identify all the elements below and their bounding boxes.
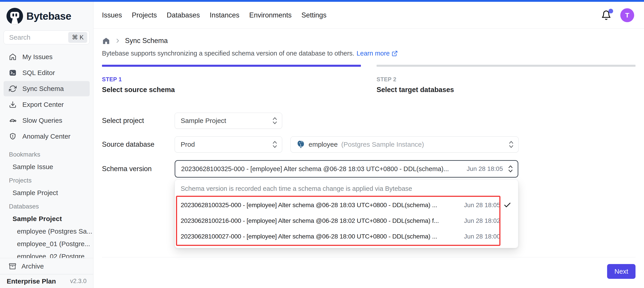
page-content: Sync Schema Bytebase supports synchroniz…	[94, 29, 644, 288]
option-date: Jun 28 18:02	[464, 217, 500, 224]
search-input[interactable]	[9, 34, 68, 41]
schema-version-option-1[interactable]: 20230628100325-000 - [employee] Alter sc…	[175, 197, 518, 213]
notification-dot	[608, 9, 613, 14]
search-box[interactable]: ⌘ K	[4, 31, 90, 44]
step-1-title: Select source schema	[102, 86, 361, 94]
description-text: Bytebase supports synchronizing a specif…	[102, 50, 354, 57]
environment-select[interactable]: Prod	[175, 136, 282, 153]
step-1-label: STEP 1	[102, 76, 361, 83]
top-nav: Issues Projects Databases Instances Envi…	[102, 11, 326, 19]
sidebar-item-archive[interactable]: Archive	[0, 258, 93, 274]
tab-issues[interactable]: Issues	[102, 11, 122, 19]
sidebar-db-employee-02[interactable]: employee_02 (Postgre	[17, 253, 93, 258]
select-chevrons-icon	[508, 164, 513, 174]
select-chevrons-icon	[508, 140, 514, 149]
step-2-title: Select target databases	[376, 86, 636, 94]
tab-instances[interactable]: Instances	[210, 11, 240, 19]
check-icon	[503, 201, 512, 209]
source-schema-form: Select project Sample Project Source dat…	[102, 113, 636, 279]
external-link-icon	[392, 50, 398, 57]
step-indicator: STEP 1 Select source schema STEP 2 Selec…	[102, 65, 636, 94]
avatar[interactable]: T	[620, 8, 634, 22]
project-select[interactable]: Sample Project	[175, 113, 282, 129]
page-title: Sync Schema	[125, 37, 168, 45]
sync-icon	[9, 85, 16, 92]
top-accent-bar	[0, 0, 644, 2]
terminal-icon	[9, 69, 16, 77]
sidebar: Bytebase ⌘ K My Issues SQL Editor	[0, 2, 94, 288]
step-1: STEP 1 Select source schema	[102, 65, 361, 94]
search-shortcut-badge: ⌘ K	[68, 32, 87, 43]
brand-logo[interactable]: Bytebase	[0, 2, 93, 25]
sidebar-db-employee[interactable]: employee (Postgres Sa...	[17, 228, 93, 235]
plan-version: v2.3.0	[70, 278, 86, 285]
brand-name: Bytebase	[26, 10, 71, 22]
sidebar-item-sample-issue[interactable]: Sample Issue	[12, 163, 93, 171]
sidebar-item-export-center[interactable]: Export Center	[4, 97, 90, 112]
sidebar-item-label: Sync Schema	[22, 85, 64, 92]
bytebase-logo-icon	[6, 8, 23, 25]
top-header: Issues Projects Databases Instances Envi…	[94, 2, 644, 29]
source-database-label: Source database	[102, 140, 175, 149]
tab-databases[interactable]: Databases	[167, 11, 200, 19]
chevron-right-icon	[115, 38, 120, 44]
notification-bell[interactable]	[601, 10, 611, 20]
sidebar-item-label: Export Center	[22, 101, 64, 108]
sidebar-nav: My Issues SQL Editor Sync Schema	[4, 49, 90, 145]
option-text: 20230628100216-000 - [employee] Alter sc…	[181, 217, 458, 224]
sidebar-tree: Bookmarks Sample Issue Projects Sample P…	[0, 145, 93, 258]
sidebar-item-sample-project[interactable]: Sample Project	[12, 189, 93, 197]
section-title-projects: Projects	[9, 177, 93, 184]
page-description: Bytebase supports synchronizing a specif…	[102, 50, 636, 57]
database-select[interactable]: employee (Postgres Sample Instance)	[290, 136, 518, 153]
download-icon	[9, 101, 16, 108]
step-1-progress-bar	[102, 65, 361, 67]
sidebar-item-sync-schema[interactable]: Sync Schema	[4, 81, 90, 96]
step-2: STEP 2 Select target databases	[376, 65, 636, 94]
sidebar-item-slow-queries[interactable]: Slow Queries	[4, 113, 90, 128]
dropdown-options: 20230628100325-000 - [employee] Alter sc…	[175, 197, 518, 246]
select-project-label: Select project	[102, 117, 175, 125]
learn-more-label: Learn more	[356, 50, 390, 57]
option-date: Jun 28 18:00	[464, 233, 500, 240]
home-breadcrumb-icon[interactable]	[102, 37, 110, 45]
next-button[interactable]: Next	[607, 264, 636, 279]
schema-version-option-2[interactable]: 20230628100216-000 - [employee] Alter sc…	[175, 213, 518, 229]
home-icon	[9, 53, 16, 61]
turtle-icon	[9, 117, 16, 124]
option-date: Jun 28 18:05	[464, 202, 500, 209]
sidebar-item-my-issues[interactable]: My Issues	[4, 49, 90, 65]
sidebar-item-label: SQL Editor	[22, 69, 55, 77]
project-select-value: Sample Project	[181, 117, 226, 124]
sidebar-item-sql-editor[interactable]: SQL Editor	[4, 65, 90, 80]
tab-projects[interactable]: Projects	[132, 11, 157, 19]
option-text: 20230628100325-000 - [employee] Alter sc…	[181, 202, 458, 209]
tab-settings[interactable]: Settings	[302, 11, 326, 19]
dropdown-hint: Schema version is recorded each time a s…	[175, 185, 518, 192]
archive-icon	[9, 263, 16, 270]
environment-select-value: Prod	[181, 141, 195, 148]
learn-more-link[interactable]: Learn more	[356, 50, 398, 57]
shield-alert-icon	[9, 132, 16, 140]
section-title-bookmarks: Bookmarks	[9, 151, 93, 158]
select-chevrons-icon	[272, 116, 278, 125]
schema-version-option-3[interactable]: 20230628100027-000 - [employee] Alter sc…	[175, 229, 518, 244]
sidebar-item-label: Slow Queries	[22, 117, 62, 124]
database-select-instance: (Postgres Sample Instance)	[341, 141, 424, 148]
sidebar-item-anomaly-center[interactable]: Anomaly Center	[4, 129, 90, 144]
sidebar-db-employee-01[interactable]: employee_01 (Postgre...	[17, 240, 93, 248]
plan-bar: Enterprise Plan v2.3.0	[0, 274, 93, 288]
schema-version-dropdown: Schema version is recorded each time a s…	[175, 179, 518, 248]
schema-version-date: Jun 28 18:05	[467, 165, 503, 173]
breadcrumb: Sync Schema	[102, 35, 636, 46]
archive-label: Archive	[22, 262, 44, 270]
step-2-progress-bar	[376, 65, 636, 67]
sidebar-db-group-sample-project[interactable]: Sample Project	[12, 215, 93, 223]
section-title-databases: Databases	[9, 203, 93, 210]
option-text: 20230628100027-000 - [employee] Alter sc…	[181, 233, 458, 240]
tab-environments[interactable]: Environments	[249, 11, 292, 19]
plan-name: Enterprise Plan	[7, 277, 56, 285]
schema-version-value: 20230628100325-000 - [employee] Alter sc…	[181, 165, 461, 173]
schema-version-select[interactable]: 20230628100325-000 - [employee] Alter sc…	[175, 160, 518, 178]
select-chevrons-icon	[272, 140, 278, 149]
